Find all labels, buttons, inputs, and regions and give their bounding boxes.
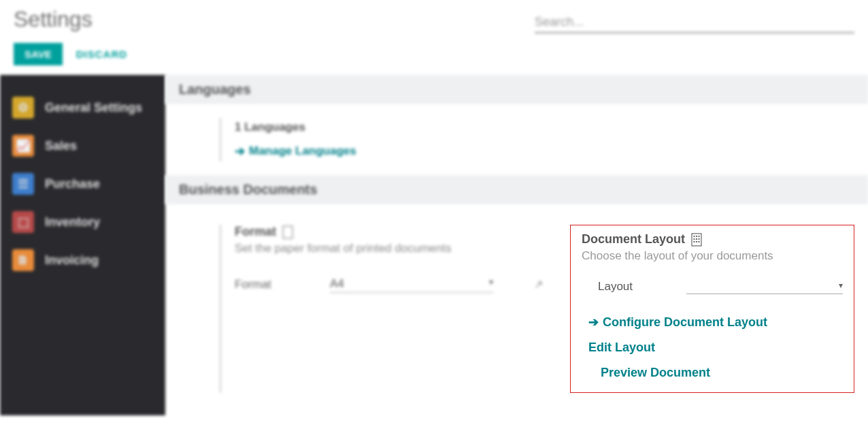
svg-rect-4	[699, 236, 700, 237]
languages-count-label: 1 Languages	[235, 121, 868, 134]
manage-languages-link[interactable]: ➔ Manage Languages	[235, 144, 356, 159]
sidebar-item-label: Inventory	[45, 215, 100, 230]
svg-rect-2	[694, 236, 695, 237]
document-icon: 🗎	[12, 249, 34, 271]
sidebar-item-general-settings[interactable]: ⚙ General Settings	[0, 89, 165, 127]
sidebar-item-purchase[interactable]: ☰ Purchase	[0, 165, 165, 203]
document-layout-highlight: Document Layout Choose the layout of you…	[570, 225, 854, 393]
document-layout-title: Document Layout	[582, 232, 685, 247]
sidebar-item-sales[interactable]: 📈 Sales	[0, 127, 165, 165]
save-button[interactable]: SAVE	[14, 43, 63, 65]
format-select[interactable]: A4 ▾	[330, 276, 493, 293]
section-heading-business-documents: Business Documents	[165, 175, 868, 204]
svg-rect-10	[699, 241, 700, 242]
configure-document-layout-label: Configure Document Layout	[603, 315, 767, 330]
format-value: A4	[330, 277, 344, 290]
preview-document-link[interactable]: Preview Document	[588, 366, 843, 380]
arrow-right-icon: ➔	[235, 144, 245, 159]
sidebar-item-label: Sales	[45, 139, 77, 153]
sidebar-item-invoicing[interactable]: 🗎 Invoicing	[0, 241, 165, 279]
sidebar: ⚙ General Settings 📈 Sales ☰ Purchase ⬚ …	[0, 75, 165, 415]
format-field-label: Format	[235, 278, 296, 291]
sidebar-item-label: General Settings	[45, 101, 142, 115]
sidebar-item-label: Invoicing	[45, 253, 99, 268]
discard-button[interactable]: DISCARD	[76, 48, 127, 60]
external-link-icon[interactable]: ↗	[534, 278, 543, 291]
svg-rect-3	[696, 236, 697, 237]
chevron-down-icon: ▾	[839, 281, 843, 290]
preview-document-label: Preview Document	[601, 366, 710, 380]
gear-icon: ⚙	[12, 97, 34, 118]
svg-rect-6	[696, 238, 697, 240]
svg-rect-5	[694, 238, 695, 240]
box-icon: ⬚	[12, 211, 34, 233]
layout-field-label: Layout	[598, 280, 659, 294]
document-icon	[282, 225, 294, 239]
configure-document-layout-link[interactable]: ➔ Configure Document Layout	[588, 315, 767, 330]
layout-select[interactable]: ▾	[686, 279, 843, 294]
chevron-down-icon: ▾	[489, 277, 493, 287]
sidebar-item-label: Purchase	[45, 177, 100, 191]
svg-rect-9	[696, 241, 697, 242]
document-layout-subtitle: Choose the layout of your documents	[582, 249, 843, 263]
svg-rect-8	[694, 241, 695, 242]
format-title: Format	[235, 225, 276, 239]
svg-rect-0	[283, 226, 293, 238]
page-title: Settings	[14, 7, 93, 32]
manage-languages-label: Manage Languages	[249, 144, 356, 158]
chart-icon: 📈	[12, 135, 34, 157]
svg-rect-7	[699, 238, 700, 240]
format-subtitle: Set the paper format of printed document…	[235, 242, 543, 255]
sidebar-item-inventory[interactable]: ⬚ Inventory	[0, 203, 165, 241]
edit-layout-label: Edit Layout	[588, 341, 655, 355]
building-icon	[690, 233, 703, 247]
search-input[interactable]	[535, 12, 854, 33]
section-heading-languages: Languages	[165, 75, 868, 104]
list-icon: ☰	[12, 173, 34, 195]
arrow-right-icon: ➔	[588, 315, 599, 330]
edit-layout-link[interactable]: Edit Layout	[588, 341, 655, 355]
